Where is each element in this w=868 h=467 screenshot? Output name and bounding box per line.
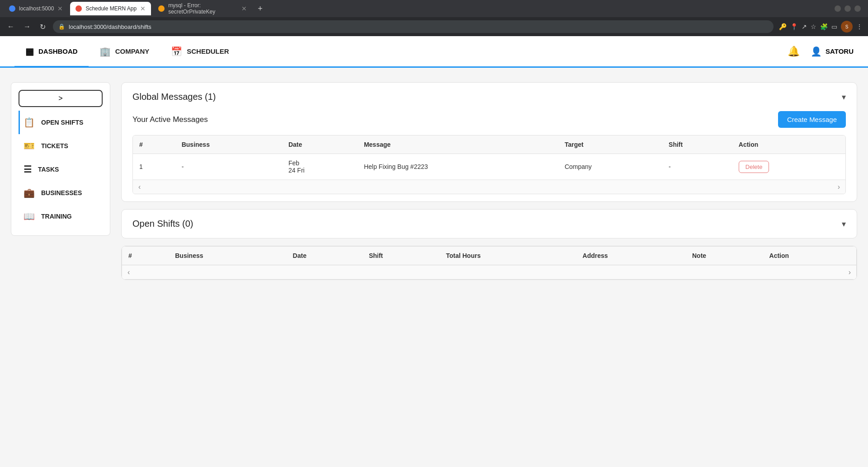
tab-label: mysql - Error: secretOrPrivateKey: [168, 2, 238, 15]
key-icon[interactable]: 🔑: [779, 23, 787, 30]
user-name: SATORU: [826, 47, 854, 55]
table-header-row: # Business Date Message Target Shift Act…: [133, 135, 845, 154]
url-text: localhost:3000/dashboard/shifts: [69, 23, 151, 30]
shifts-col-business: Business: [169, 247, 286, 265]
sidebar: > 📋 OPEN SHIFTS 🎫 TICKETS ☰ TASKS 💼 BUSI…: [11, 82, 110, 236]
open-shifts-table: # Business Date Shift Total Hours Addres…: [122, 247, 856, 265]
close-button[interactable]: [854, 5, 861, 12]
sidebar-item-tasks[interactable]: ☰ TASKS: [19, 158, 103, 181]
nav-item-dashboard[interactable]: ▦ DASHBOAD: [14, 37, 89, 67]
messages-header: Your Active Messages Create Message: [132, 111, 846, 128]
sidebar-item-tickets[interactable]: 🎫 TICKETS: [19, 134, 103, 158]
window-controls: [835, 5, 864, 12]
col-business: Business: [175, 135, 282, 154]
nav-item-scheduler[interactable]: 📅 SCHEDULER: [160, 37, 240, 67]
cell-action: Delete: [732, 154, 845, 180]
tab-mysql[interactable]: mysql - Error: secretOrPrivateKey ✕: [153, 2, 252, 15]
global-messages-header[interactable]: Global Messages (1) ▾: [122, 83, 857, 111]
shifts-col-total-hours: Total Hours: [439, 247, 576, 265]
tab-bar: localhost:5000 ✕ Schedule MERN App ✕ mys…: [0, 0, 868, 17]
col-num: #: [133, 135, 175, 154]
col-shift: Shift: [662, 135, 732, 154]
shifts-col-action: Action: [763, 247, 856, 265]
scroll-right-icon[interactable]: ›: [838, 183, 840, 191]
sidebar-item-label: BUSINESSES: [41, 189, 82, 196]
app-header: ▦ DASHBOAD 🏢 COMPANY 📅 SCHEDULER 🔔 👤 SAT…: [0, 36, 868, 68]
tab-schedule[interactable]: Schedule MERN App ✕: [70, 2, 151, 15]
avatar[interactable]: S: [841, 21, 853, 33]
user-icon: 👤: [811, 46, 822, 57]
col-message: Message: [358, 135, 558, 154]
chevron-down-icon: ▾: [842, 219, 846, 229]
cell-shift: -: [662, 154, 732, 180]
lock-icon: 🔒: [58, 23, 65, 30]
messages-subtitle: Your Active Messages: [132, 115, 208, 124]
open-shifts-title: Open Shifts (0): [132, 219, 193, 229]
col-action: Action: [732, 135, 845, 154]
shifts-col-note: Note: [686, 247, 763, 265]
url-box[interactable]: 🔒 localhost:3000/dashboard/shifts: [53, 20, 774, 33]
browser-chrome: localhost:5000 ✕ Schedule MERN App ✕ mys…: [0, 0, 868, 36]
nav-item-company[interactable]: 🏢 COMPANY: [89, 37, 160, 67]
tab-label: localhost:5000: [19, 5, 54, 12]
sidebar-item-label: OPEN SHIFTS: [41, 119, 83, 126]
sidebar-item-training[interactable]: 📖 TRAINING: [19, 205, 103, 228]
businesses-icon: 💼: [24, 187, 35, 198]
tasks-icon: ☰: [24, 164, 32, 175]
scheduler-icon: 📅: [171, 46, 182, 57]
cell-target: Company: [558, 154, 662, 180]
messages-table: # Business Date Message Target Shift Act…: [133, 135, 845, 180]
delete-button[interactable]: Delete: [739, 161, 769, 173]
location-icon[interactable]: 📍: [790, 23, 798, 30]
shifts-header-row: # Business Date Shift Total Hours Addres…: [122, 247, 856, 265]
reload-button[interactable]: ↻: [38, 21, 47, 33]
open-shifts-header[interactable]: Open Shifts (0) ▾: [122, 210, 857, 238]
new-tab-button[interactable]: +: [254, 4, 266, 14]
shifts-col-date: Date: [287, 247, 363, 265]
maximize-button[interactable]: [844, 5, 851, 12]
sidebar-item-businesses[interactable]: 💼 BUSINESSES: [19, 181, 103, 205]
scroll-right-icon[interactable]: ›: [849, 268, 851, 276]
tab-label: Schedule MERN App: [85, 5, 137, 12]
address-actions: 🔑 📍 ↗ ☆ 🧩 ▭ S ⋮: [779, 21, 863, 33]
messages-table-wrapper: # Business Date Message Target Shift Act…: [132, 135, 846, 194]
forward-button[interactable]: →: [22, 21, 33, 33]
col-target: Target: [558, 135, 662, 154]
star-icon[interactable]: ☆: [811, 23, 816, 30]
scroll-left-icon[interactable]: ‹: [138, 183, 141, 191]
create-message-button[interactable]: Create Message: [778, 111, 846, 128]
user-section[interactable]: 👤 SATORU: [811, 46, 854, 57]
content-area: Global Messages (1) ▾ Your Active Messag…: [121, 82, 857, 453]
tab-close-icon[interactable]: ✕: [57, 5, 63, 12]
sidebar-icon[interactable]: ▭: [831, 23, 837, 30]
bell-icon[interactable]: 🔔: [788, 46, 800, 57]
scroll-left-icon[interactable]: ‹: [127, 268, 130, 276]
open-shifts-card: Open Shifts (0) ▾: [121, 209, 857, 238]
schedule-icon: [75, 5, 82, 12]
global-messages-card: Global Messages (1) ▾ Your Active Messag…: [121, 82, 857, 202]
nav-label-company: COMPANY: [115, 47, 150, 55]
nav-label-dashboard: DASHBOAD: [38, 47, 78, 55]
main-layout: > 📋 OPEN SHIFTS 🎫 TICKETS ☰ TASKS 💼 BUSI…: [0, 68, 868, 467]
back-button[interactable]: ←: [5, 21, 16, 33]
menu-icon[interactable]: ⋮: [856, 23, 863, 30]
messages-section: Your Active Messages Create Message # Bu…: [122, 111, 857, 201]
header-right: 🔔 👤 SATORU: [788, 46, 854, 57]
dashboard-icon: ▦: [25, 46, 34, 57]
tab-close-icon[interactable]: ✕: [140, 5, 146, 12]
chevron-down-icon: ▾: [842, 92, 846, 102]
tab-localhost[interactable]: localhost:5000 ✕: [4, 2, 68, 15]
sidebar-toggle[interactable]: >: [19, 90, 103, 107]
cell-message: Help Fixing Bug #2223: [358, 154, 558, 180]
extensions-icon[interactable]: 🧩: [820, 23, 828, 30]
open-shifts-table-card: # Business Date Shift Total Hours Addres…: [121, 246, 857, 280]
mysql-icon: [158, 5, 165, 12]
sidebar-item-label: TICKETS: [41, 142, 68, 149]
tickets-icon: 🎫: [24, 140, 35, 151]
shifts-col-num: #: [122, 247, 169, 265]
sidebar-item-open-shifts[interactable]: 📋 OPEN SHIFTS: [19, 111, 103, 134]
share-icon[interactable]: ↗: [802, 23, 807, 30]
table-row: 1 - Feb24 Fri Help Fixing Bug #2223 Comp…: [133, 154, 845, 180]
minimize-button[interactable]: [835, 5, 841, 12]
tab-close-icon[interactable]: ✕: [241, 5, 247, 12]
